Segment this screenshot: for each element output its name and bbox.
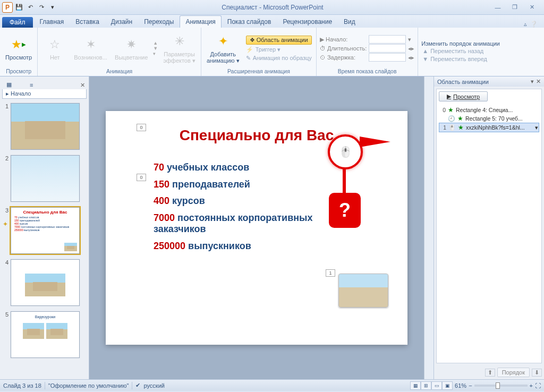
file-tab[interactable]: Файл: [2, 17, 33, 28]
animation-entries-list: 0★Rectangle 4: Специа... 🕘★Rectangle 5: …: [439, 106, 539, 132]
zoom-out-icon[interactable]: −: [469, 382, 472, 389]
effect-options-button[interactable]: ✳Параметры эффектов ▾: [161, 32, 198, 65]
thumbnails-list: 1 2 3 ✦ Специально для Вас 70 учебных кл…: [0, 101, 89, 379]
reading-view-button[interactable]: ▭: [431, 381, 442, 390]
ribbon-collapse-icon[interactable]: ▵: [524, 21, 527, 28]
anim-play-button[interactable]: ▶Просмотр: [439, 91, 488, 101]
reorder-down-icon[interactable]: ⬇: [532, 369, 542, 377]
slides-tab[interactable]: ▦: [2, 80, 16, 89]
order-button[interactable]: Порядок: [497, 368, 530, 377]
delay-input[interactable]: [369, 53, 406, 62]
ribbon-tabs: Файл Главная Вставка Дизайн Переходы Ани…: [0, 15, 544, 28]
anim-badge-0b[interactable]: 0: [137, 174, 146, 181]
tab-design[interactable]: Дизайн: [105, 15, 138, 28]
editor-scrollbar[interactable]: [424, 76, 434, 379]
add-animation-button[interactable]: ✦Добавить анимацию ▾: [205, 32, 242, 65]
reorder-title: Изменить порядок анимации: [421, 40, 500, 47]
anim-fade-button[interactable]: ✷Выцветание: [113, 35, 150, 62]
thumb-panel-close-icon[interactable]: ✕: [78, 81, 87, 89]
start-dropdown-icon[interactable]: ▾: [408, 36, 414, 43]
normal-view-button[interactable]: ▦: [410, 381, 421, 390]
group-reorder: Изменить порядок анимации ▲ Переместить …: [418, 28, 544, 76]
fit-window-icon[interactable]: ⛶: [535, 382, 541, 389]
undo-icon[interactable]: ↶: [26, 3, 35, 12]
sorter-view-button[interactable]: ⊞: [421, 381, 431, 390]
restore-button[interactable]: ❐: [509, 3, 521, 12]
duration-stepper-icon[interactable]: ◂▸: [408, 45, 414, 52]
anim-badge-0a[interactable]: 0: [137, 124, 146, 131]
entry-dropdown-icon[interactable]: ▾: [535, 124, 538, 131]
duration-label: ⏱ Длительность:: [320, 45, 367, 52]
section-header[interactable]: ▸ Начало: [2, 89, 87, 99]
tab-animations[interactable]: Анимация: [180, 15, 221, 28]
animation-pane-header: Область анимации ▾✕: [434, 76, 544, 87]
title-bar: P 💾 ↶ ↷ ▾ Специалист - Microsoft PowerPo…: [0, 0, 544, 15]
main-area: ▦ ≡ ✕ ▸ Начало 1 2 3 ✦ Специально для Ва…: [0, 76, 544, 379]
anim-pane-dropdown-icon[interactable]: ▾: [531, 78, 534, 85]
annotation-arrow: [360, 137, 390, 147]
move-earlier-button[interactable]: ▲ Переместить назад: [421, 47, 500, 55]
anim-indicator-icon: ✦: [3, 220, 8, 228]
tab-insert[interactable]: Вставка: [70, 15, 105, 28]
group-animation: ☆Нет ✶Возникнов... ✷Выцветание ▲▼▾ ✳Пара…: [38, 28, 201, 76]
start-label: ▶ Начало:: [320, 36, 367, 43]
trigger-button[interactable]: ⚡Триггер ▾: [245, 46, 313, 54]
close-button[interactable]: ✕: [526, 3, 538, 12]
annotation-question: ?: [329, 193, 361, 228]
thumb-4[interactable]: 4: [2, 259, 87, 306]
thumb-2[interactable]: 2: [2, 155, 87, 202]
status-language[interactable]: русский: [143, 382, 164, 389]
slideshow-view-button[interactable]: ▣: [442, 381, 453, 390]
start-input[interactable]: [369, 35, 406, 44]
tabs-help: ▵ ❔: [520, 21, 542, 28]
app-icon[interactable]: P: [2, 2, 13, 13]
anim-appear-button[interactable]: ✶Возникнов...: [72, 35, 109, 62]
anim-pane-close-icon[interactable]: ✕: [536, 78, 541, 85]
help-icon[interactable]: ❔: [530, 21, 538, 28]
outline-tab[interactable]: ≡: [26, 81, 37, 89]
spellcheck-icon[interactable]: ✔: [135, 382, 140, 389]
anim-badge-1[interactable]: 1: [326, 269, 335, 277]
redo-icon[interactable]: ↷: [37, 3, 46, 12]
save-icon[interactable]: 💾: [14, 3, 24, 12]
anim-fade-icon: ✷: [123, 36, 140, 53]
group-preview: ★▶ Просмотр Просмотр: [0, 28, 38, 76]
tab-home[interactable]: Главная: [34, 15, 70, 28]
ribbon: ★▶ Просмотр Просмотр ☆Нет ✶Возникнов... …: [0, 28, 544, 76]
play-icon: ▶: [447, 93, 451, 100]
add-animation-icon: ✦: [215, 33, 232, 50]
zoom-level[interactable]: 61%: [455, 382, 466, 389]
anim-entry-0[interactable]: 0★Rectangle 4: Специа...: [439, 106, 539, 114]
thumb-3[interactable]: 3 ✦ Специально для Вас 70 учебных классо…: [2, 207, 87, 254]
animation-pane: Область анимации ▾✕ ▶Просмотр 0★Rectangl…: [434, 76, 544, 379]
reorder-up-icon[interactable]: ⬆: [485, 369, 495, 377]
animation-pane-button[interactable]: ❖ Область анимации: [245, 35, 313, 45]
slide-canvas[interactable]: 0 Специально для Вас 0 70 учебных классо…: [106, 111, 407, 345]
move-later-button[interactable]: ▼ Переместить вперед: [421, 55, 500, 63]
zoom-slider[interactable]: [474, 385, 528, 387]
trigger-icon: ⚡: [246, 46, 253, 53]
thumb-1[interactable]: 1: [2, 103, 87, 150]
animation-painter-button[interactable]: ✎Анимация по образцу: [245, 54, 313, 62]
minimize-button[interactable]: —: [492, 3, 504, 12]
preview-button[interactable]: ★▶ Просмотр: [3, 35, 34, 62]
anim-appear-icon: ✶: [82, 36, 99, 53]
anim-entry-1[interactable]: 🕘★Rectangle 5: 70 учеб...: [439, 114, 539, 123]
tab-view[interactable]: Вид: [338, 15, 361, 28]
zoom-in-icon[interactable]: +: [530, 382, 533, 389]
tab-slideshow[interactable]: Показ слайдов: [222, 15, 277, 28]
anim-none-button[interactable]: ☆Нет: [41, 35, 69, 62]
delay-stepper-icon[interactable]: ◂▸: [408, 54, 414, 61]
slide-editor[interactable]: 0 Специально для Вас 0 70 учебных классо…: [89, 76, 424, 379]
qat-dropdown-icon[interactable]: ▾: [48, 3, 57, 12]
group-timing: ▶ Начало:▾ ⏱ Длительность:◂▸ ⏲ Задержка:…: [317, 28, 418, 76]
tab-transitions[interactable]: Переходы: [138, 15, 180, 28]
anim-pane-icon: ❖: [250, 37, 257, 43]
anim-gallery-more[interactable]: ▲▼▾: [153, 40, 158, 56]
anim-none-icon: ☆: [46, 36, 63, 53]
slide-picture[interactable]: [338, 274, 388, 308]
anim-entry-2[interactable]: 1🖱️★xxzkiNphhBk?fs=1&hl...▾: [439, 123, 539, 132]
duration-input[interactable]: [369, 44, 406, 53]
thumb-5[interactable]: 5Видеоуроки: [2, 311, 87, 358]
tab-review[interactable]: Рецензирование: [277, 15, 338, 28]
